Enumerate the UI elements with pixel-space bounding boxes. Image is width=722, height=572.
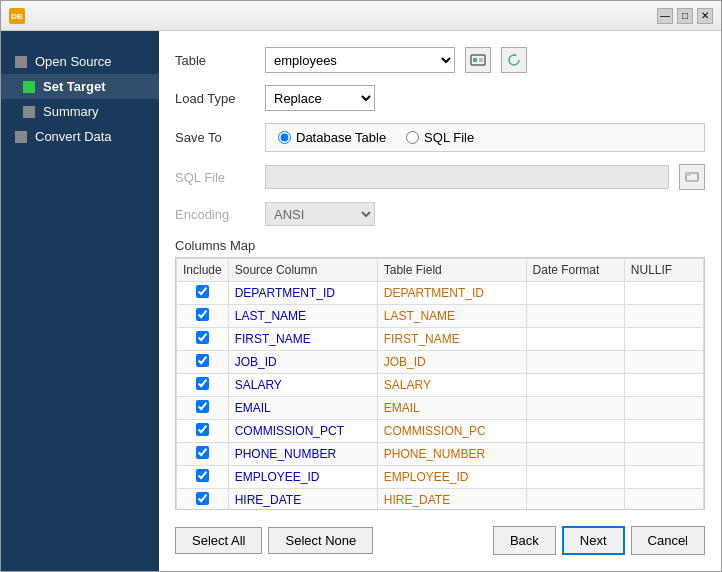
- include-cell: [177, 489, 229, 511]
- source-column-cell: PHONE_NUMBER: [228, 443, 377, 466]
- columns-data-table: Include Source Column Table Field Date F…: [176, 258, 704, 510]
- include-checkbox[interactable]: [196, 377, 209, 390]
- table-row: SALARYSALARY: [177, 374, 704, 397]
- columns-map-section: Columns Map Include Source Column Table …: [175, 238, 705, 510]
- include-checkbox[interactable]: [196, 469, 209, 482]
- table-row: FIRST_NAMEFIRST_NAME: [177, 328, 704, 351]
- cancel-button[interactable]: Cancel: [631, 526, 705, 555]
- sidebar-item-set-target[interactable]: Set Target: [1, 74, 159, 99]
- app-icon: DB: [9, 8, 25, 24]
- include-checkbox[interactable]: [196, 331, 209, 344]
- table-row: COMMISSION_PCTCOMMISSION_PC: [177, 420, 704, 443]
- maximize-button[interactable]: □: [677, 8, 693, 24]
- nullif-cell: [624, 466, 703, 489]
- table-field-cell: COMMISSION_PC: [377, 420, 526, 443]
- date-format-cell: [526, 328, 624, 351]
- table-field-cell: PHONE_NUMBER: [377, 443, 526, 466]
- table-label: Table: [175, 53, 255, 68]
- bottom-buttons: Select All Select None Back Next Cancel: [175, 526, 705, 555]
- table-row: DEPARTMENT_IDDEPARTMENT_ID: [177, 282, 704, 305]
- date-format-cell: [526, 420, 624, 443]
- date-format-cell: [526, 282, 624, 305]
- include-checkbox[interactable]: [196, 492, 209, 505]
- main-panel: Table employees: [159, 31, 721, 571]
- col-header-source: Source Column: [228, 259, 377, 282]
- sql-file-browse-button[interactable]: [679, 164, 705, 190]
- include-checkbox[interactable]: [196, 400, 209, 413]
- save-to-sql-option[interactable]: SQL File: [406, 130, 474, 145]
- include-checkbox[interactable]: [196, 446, 209, 459]
- col-header-nullif: NULLIF: [624, 259, 703, 282]
- date-format-cell: [526, 443, 624, 466]
- nullif-cell: [624, 443, 703, 466]
- save-to-label: Save To: [175, 130, 255, 145]
- include-cell: [177, 328, 229, 351]
- save-to-sql-label: SQL File: [424, 130, 474, 145]
- include-checkbox[interactable]: [196, 354, 209, 367]
- title-bar-controls: — □ ✕: [657, 8, 713, 24]
- include-checkbox[interactable]: [196, 285, 209, 298]
- close-button[interactable]: ✕: [697, 8, 713, 24]
- include-cell: [177, 351, 229, 374]
- columns-map-label: Columns Map: [175, 238, 705, 253]
- include-checkbox[interactable]: [196, 308, 209, 321]
- load-type-select[interactable]: Replace Append Truncate: [265, 85, 375, 111]
- table-browse-button[interactable]: [465, 47, 491, 73]
- save-to-row: Save To Database Table SQL File: [175, 123, 705, 152]
- col-header-field: Table Field: [377, 259, 526, 282]
- svg-marker-6: [514, 53, 517, 56]
- sidebar-item-summary[interactable]: Summary: [1, 99, 159, 124]
- table-field-cell: EMAIL: [377, 397, 526, 420]
- col-header-include: Include: [177, 259, 229, 282]
- table-row: PHONE_NUMBERPHONE_NUMBER: [177, 443, 704, 466]
- columns-table: Include Source Column Table Field Date F…: [175, 257, 705, 510]
- load-type-row: Load Type Replace Append Truncate: [175, 85, 705, 111]
- sidebar-label-summary: Summary: [43, 104, 99, 119]
- title-bar-left: DB: [9, 8, 25, 24]
- nullif-cell: [624, 374, 703, 397]
- date-format-cell: [526, 397, 624, 420]
- sidebar: Open Source Set Target Summary Convert D…: [1, 31, 159, 571]
- sql-file-input[interactable]: [265, 165, 669, 189]
- sidebar-item-convert-data[interactable]: Convert Data: [1, 124, 159, 149]
- source-column-cell: EMAIL: [228, 397, 377, 420]
- nav-buttons: Back Next Cancel: [493, 526, 705, 555]
- select-none-button[interactable]: Select None: [268, 527, 373, 554]
- save-to-sql-radio[interactable]: [406, 131, 419, 144]
- table-field-cell: LAST_NAME: [377, 305, 526, 328]
- table-select[interactable]: employees: [265, 47, 455, 73]
- summary-icon: [23, 106, 35, 118]
- svg-rect-8: [686, 173, 691, 176]
- select-buttons: Select All Select None: [175, 527, 373, 554]
- title-bar: DB — □ ✕: [1, 1, 721, 31]
- select-all-button[interactable]: Select All: [175, 527, 262, 554]
- table-refresh-button[interactable]: [501, 47, 527, 73]
- back-button[interactable]: Back: [493, 526, 556, 555]
- source-column-cell: HIRE_DATE: [228, 489, 377, 511]
- encoding-select[interactable]: ANSI: [265, 202, 375, 226]
- table-field-cell: HIRE_DATE: [377, 489, 526, 511]
- table-row: EMAILEMAIL: [177, 397, 704, 420]
- source-column-cell: LAST_NAME: [228, 305, 377, 328]
- svg-text:DB: DB: [11, 12, 23, 21]
- save-to-db-option[interactable]: Database Table: [278, 130, 386, 145]
- sidebar-label-open-source: Open Source: [35, 54, 112, 69]
- sidebar-label-convert-data: Convert Data: [35, 129, 112, 144]
- save-to-db-radio[interactable]: [278, 131, 291, 144]
- table-row: Table employees: [175, 47, 705, 73]
- include-cell: [177, 305, 229, 328]
- nullif-cell: [624, 305, 703, 328]
- nullif-cell: [624, 282, 703, 305]
- source-column-cell: DEPARTMENT_ID: [228, 282, 377, 305]
- include-cell: [177, 397, 229, 420]
- sidebar-item-open-source[interactable]: Open Source: [1, 49, 159, 74]
- nullif-cell: [624, 328, 703, 351]
- encoding-label: Encoding: [175, 207, 255, 222]
- date-format-cell: [526, 489, 624, 511]
- include-checkbox[interactable]: [196, 423, 209, 436]
- save-to-group: Database Table SQL File: [265, 123, 705, 152]
- minimize-button[interactable]: —: [657, 8, 673, 24]
- next-button[interactable]: Next: [562, 526, 625, 555]
- date-format-cell: [526, 374, 624, 397]
- table-field-cell: DEPARTMENT_ID: [377, 282, 526, 305]
